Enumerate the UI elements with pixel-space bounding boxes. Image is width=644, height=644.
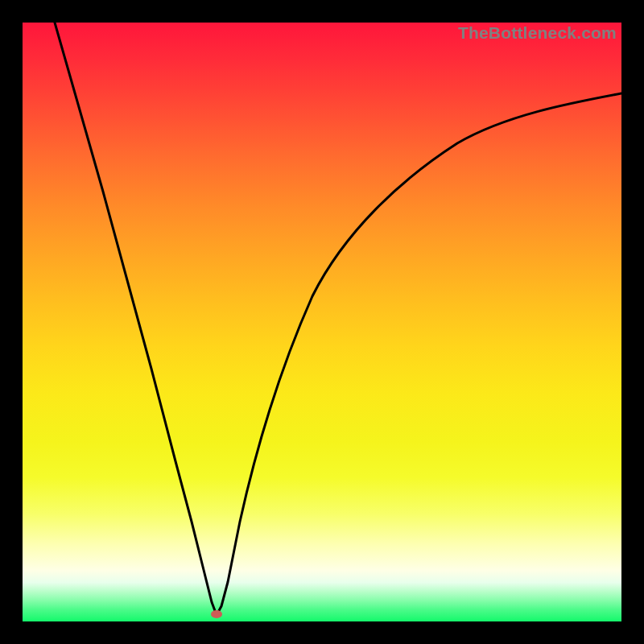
chart-frame: TheBottleneck.com bbox=[0, 0, 644, 644]
bottleneck-curve bbox=[55, 23, 621, 615]
curve-svg bbox=[23, 23, 621, 621]
plot-area: TheBottleneck.com bbox=[23, 23, 621, 621]
optimum-marker bbox=[211, 610, 222, 618]
